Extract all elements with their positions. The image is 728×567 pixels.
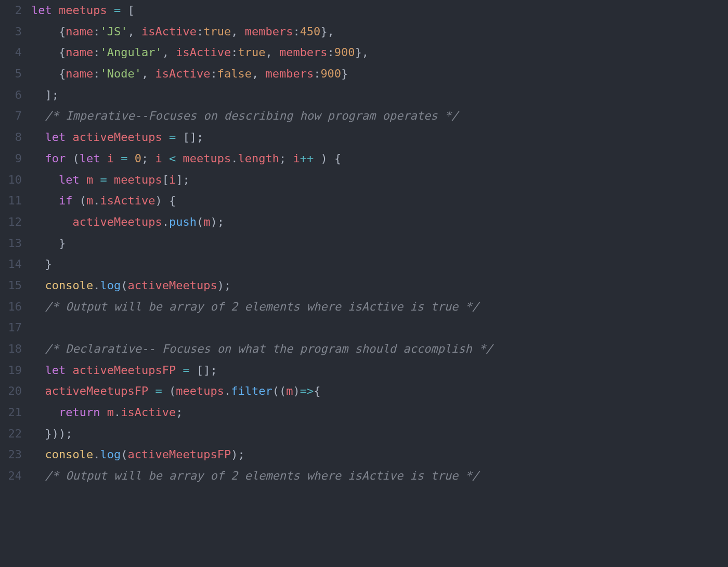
token-pun: :: [328, 46, 334, 59]
token-def: [31, 364, 45, 377]
token-prop: isActive: [100, 194, 155, 207]
code-line[interactable]: let meetups = [: [31, 0, 728, 21]
token-def: [162, 131, 169, 144]
token-var: meetups: [176, 384, 224, 397]
token-num: 450: [300, 25, 321, 38]
code-line[interactable]: console.log(activeMeetups);: [31, 275, 728, 297]
token-pun: :: [93, 67, 100, 80]
token-pun: :: [197, 25, 203, 38]
line-number: 3: [0, 21, 22, 43]
token-kw: let: [31, 4, 52, 17]
token-pun: (: [162, 384, 176, 397]
token-pun: [];: [176, 131, 203, 144]
token-def: [148, 384, 155, 397]
token-def: [100, 152, 107, 165]
code-line[interactable]: let activeMeetupsFP = [];: [31, 360, 728, 381]
token-prop: name: [66, 67, 93, 80]
token-pun: .: [93, 448, 100, 461]
token-kw: for: [45, 152, 66, 165]
code-line[interactable]: let activeMeetups = [];: [31, 127, 728, 148]
token-op: =>: [300, 384, 314, 397]
line-number: 22: [0, 423, 22, 445]
code-line[interactable]: [31, 317, 728, 339]
code-line[interactable]: return m.isActive;: [31, 402, 728, 423]
token-pun: ,: [127, 25, 141, 38]
token-pun: }: [341, 67, 348, 80]
token-prop: isActive: [121, 406, 176, 419]
line-number: 20: [0, 381, 22, 402]
token-var: activeMeetups: [73, 131, 162, 144]
token-def: [162, 152, 169, 165]
token-def: [176, 152, 183, 165]
token-prop: isActive: [155, 67, 210, 80]
token-pun: ,: [141, 67, 155, 80]
token-var: i: [293, 152, 300, 165]
code-line[interactable]: {name:'JS', isActive:true, members:450},: [31, 21, 728, 43]
token-def: [31, 406, 59, 419]
token-def: {: [31, 46, 66, 59]
token-op: <: [169, 152, 176, 165]
token-varb: console: [45, 448, 94, 461]
token-pun: (: [197, 215, 203, 228]
token-pun: ;: [141, 152, 155, 165]
line-number: 9: [0, 148, 22, 170]
token-pun: ,: [265, 46, 279, 59]
token-kw: let: [45, 364, 66, 377]
code-line[interactable]: activeMeetups.push(m);: [31, 212, 728, 233]
token-pun: :: [231, 46, 238, 59]
token-kw: let: [59, 173, 80, 186]
token-pun: {: [314, 384, 320, 397]
token-fn: push: [169, 215, 197, 228]
line-number: 11: [0, 190, 22, 212]
token-var: activeMeetups: [127, 279, 217, 292]
code-line[interactable]: if (m.isActive) {: [31, 190, 728, 212]
token-def: [93, 173, 100, 186]
token-pun: },: [355, 46, 369, 59]
line-number: 7: [0, 106, 22, 127]
code-line[interactable]: {name:'Node', isActive:false, members:90…: [31, 63, 728, 85]
token-kw: let: [45, 131, 66, 144]
code-line[interactable]: }: [31, 254, 728, 275]
token-var: m: [86, 173, 93, 186]
token-pun: [: [162, 173, 169, 186]
token-pun: ) {: [314, 152, 341, 165]
token-var: i: [169, 173, 176, 186]
code-line[interactable]: }: [31, 233, 728, 254]
token-pun: .: [93, 194, 100, 207]
token-kw: if: [59, 194, 73, 207]
token-def: [31, 279, 45, 292]
token-pun: ): [293, 384, 300, 397]
token-cmt: /* Output will be array of 2 elements wh…: [45, 469, 479, 482]
code-line[interactable]: let m = meetups[i];: [31, 170, 728, 191]
token-def: [31, 109, 45, 122]
token-pun: (: [121, 448, 127, 461]
code-line[interactable]: /* Output will be array of 2 elements wh…: [31, 466, 728, 487]
token-op: ++: [300, 152, 314, 165]
code-line[interactable]: ];: [31, 85, 728, 106]
line-number: 6: [0, 85, 22, 106]
code-line[interactable]: /* Declarative-- Focuses on what the pro…: [31, 339, 728, 360]
code-line[interactable]: {name:'Angular', isActive:true, members:…: [31, 42, 728, 63]
code-editor[interactable]: 23456789101112131415161718192021222324 l…: [0, 0, 728, 567]
token-def: [31, 215, 72, 228]
token-def: {: [31, 67, 66, 80]
code-line[interactable]: /* Output will be array of 2 elements wh…: [31, 297, 728, 318]
code-line[interactable]: }));: [31, 423, 728, 445]
code-area[interactable]: let meetups = [ {name:'JS', isActive:tru…: [31, 0, 728, 567]
code-line[interactable]: console.log(activeMeetupsFP);: [31, 444, 728, 466]
token-str: 'JS': [100, 25, 127, 38]
token-pun: ,: [252, 67, 266, 80]
token-def: [31, 173, 59, 186]
token-prop: name: [66, 25, 93, 38]
token-prop: isActive: [141, 25, 197, 38]
code-line[interactable]: activeMeetupsFP = (meetups.filter((m)=>{: [31, 381, 728, 402]
token-bool: false: [217, 67, 252, 80]
code-line[interactable]: for (let i = 0; i < meetups.length; i++ …: [31, 148, 728, 170]
code-line[interactable]: /* Imperative--Focuses on describing how…: [31, 106, 728, 127]
token-var: activeMeetupsFP: [73, 364, 176, 377]
token-pun: ,: [162, 46, 176, 59]
token-prop: name: [66, 46, 93, 59]
token-fn: log: [100, 448, 121, 461]
token-cmt: /* Output will be array of 2 elements wh…: [45, 300, 479, 313]
token-op: =: [155, 384, 162, 397]
